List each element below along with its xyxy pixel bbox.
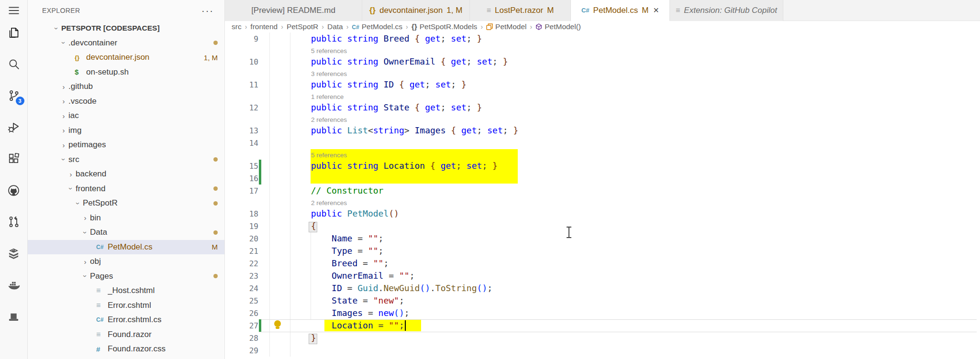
dapr-hat-icon[interactable]	[2, 305, 25, 328]
lightbulb-icon[interactable]	[274, 320, 281, 330]
breadcrumb-separator: ›	[322, 23, 324, 31]
shell-file-icon: $	[75, 68, 86, 76]
explorer-sidebar: EXPLORER ··· ›PETSPOTR [CODESPACES]›.dev…	[28, 0, 225, 359]
tab-extension-github-copilot[interactable]: ≡Extension: GitHub Copilot	[670, 0, 783, 21]
tab-label: devcontainer.json	[379, 6, 443, 15]
braces-symbol-icon: {}	[412, 22, 417, 31]
code-text: Breed = "";	[269, 257, 389, 270]
codelens-references[interactable]: 3 references	[311, 70, 347, 78]
breadcrumb-separator: ›	[480, 23, 483, 31]
code-line-20: 20 Name = "";	[225, 232, 980, 245]
tree-folder-bin[interactable]: ›bin	[28, 211, 224, 226]
tree-file-found-razor[interactable]: ≡Found.razor	[28, 327, 224, 342]
tree-folder-pages[interactable]: ›Pages	[28, 269, 224, 284]
chevron-down-icon: ›	[53, 23, 61, 33]
pull-request-icon[interactable]	[2, 210, 25, 233]
breadcrumb-item-petmodel-cs[interactable]: C#PetModel.cs	[352, 22, 402, 31]
tree-item-label: on-setup.sh	[86, 67, 129, 77]
breadcrumb-item-petmodel[interactable]: PetModel	[486, 22, 526, 31]
line-number: 25	[225, 296, 258, 305]
close-icon[interactable]: ×	[653, 5, 659, 16]
tree-item-label: _Host.cshtml	[108, 286, 155, 295]
tree-file--host-cshtml[interactable]: ≡_Host.cshtml	[28, 283, 224, 298]
chevron-right-icon: ›	[80, 258, 90, 266]
code-text: OwnerEmail = "";	[269, 270, 414, 282]
breadcrumb-item-src[interactable]: src	[232, 22, 242, 31]
explorer-icon[interactable]	[2, 21, 25, 44]
breadcrumb-item-petspotr[interactable]: PetSpotR	[287, 22, 318, 31]
code-line-10: 10 public string OwnerEmail { get; set; …	[225, 55, 980, 68]
code-editor[interactable]: 9 public string Breed { get; set; }5 ref…	[225, 33, 980, 359]
tab-petmodel-cs[interactable]: C#PetModel.csM×	[571, 0, 670, 21]
tree-item-label: PetModel.cs	[108, 242, 153, 252]
docker-icon[interactable]	[2, 273, 25, 296]
chevron-down-icon: ›	[67, 184, 75, 194]
line-number: 27	[225, 321, 258, 330]
search-icon[interactable]	[2, 53, 25, 76]
csharp-file-icon: C#	[581, 7, 590, 14]
tree-file-error-cshtml[interactable]: ≡Error.cshtml	[28, 298, 224, 313]
line-number: 17	[225, 186, 258, 196]
tree-folder-obj[interactable]: ›obj	[28, 254, 224, 269]
breadcrumb-item-petmodel-[interactable]: PetModel()	[535, 22, 581, 31]
csharp-file-icon: C#	[96, 316, 108, 323]
code-text: public string Breed { get; set; }	[269, 33, 482, 45]
tab-devcontainer-json[interactable]: {}devcontainer.json1, M	[362, 0, 470, 21]
breadcrumb-item-data[interactable]: Data	[327, 22, 343, 31]
code-line-17: 17 // Constructor	[225, 185, 980, 197]
codelens-references[interactable]: 2 references	[311, 116, 347, 124]
git-status-badge: 1, M	[446, 6, 462, 15]
tree-file-found-razor-css[interactable]: #Found.razor.css	[28, 342, 224, 357]
tab-lostpet-razor[interactable]: ≡LostPet.razorM	[470, 0, 571, 21]
breadcrumb-label: Data	[327, 22, 343, 31]
layers-icon[interactable]	[2, 242, 25, 265]
github-icon[interactable]	[2, 179, 25, 202]
menu-icon[interactable]	[2, 0, 25, 21]
codelens-references[interactable]: 5 references	[311, 151, 347, 160]
line-number: 21	[225, 247, 258, 256]
line-number: 28	[225, 334, 258, 343]
tree-folder--devcontainer[interactable]: ›.devcontainer	[28, 36, 224, 51]
code-text: Images = new();	[269, 307, 410, 319]
codelens-references[interactable]: 5 references	[311, 47, 347, 55]
tree-file-on-setup-sh[interactable]: $on-setup.sh	[28, 65, 224, 80]
tree-folder-backend[interactable]: ›backend	[28, 167, 224, 182]
more-actions-icon[interactable]: ···	[201, 8, 214, 13]
tab--preview-readme-md[interactable]: [Preview] README.md	[225, 0, 362, 21]
run-debug-icon[interactable]	[2, 116, 25, 139]
tree-folder-iac[interactable]: ›iac	[28, 109, 224, 123]
tree-file-devcontainer-json[interactable]: {}devcontainer.json1, M	[28, 50, 224, 65]
tree-item-label: .vscode	[68, 97, 97, 106]
extensions-icon[interactable]	[2, 147, 25, 170]
tree-file-petmodel-cs[interactable]: C#PetModel.csM	[28, 240, 224, 255]
tree-folder-petspotr-codespaces-[interactable]: ›PETSPOTR [CODESPACES]	[28, 21, 224, 36]
tree-folder-src[interactable]: ›src	[28, 152, 224, 167]
line-number: 13	[225, 126, 258, 135]
source-control-icon[interactable]: 3	[2, 84, 25, 107]
chevron-right-icon: ›	[59, 141, 68, 149]
tree-item-label: Error.cshtml	[108, 301, 151, 310]
code-text: public PetModel()	[269, 207, 399, 220]
code-line-26: 26 Images = new();	[225, 307, 980, 319]
codelens-references[interactable]: 1 reference	[311, 93, 344, 101]
breadcrumb-item-petspotr-models[interactable]: {}PetSpotR.Models	[412, 22, 478, 31]
tree-item-label: Data	[90, 228, 107, 237]
tree-folder-img[interactable]: ›img	[28, 123, 224, 138]
tree-folder-frontend[interactable]: ›frontend	[28, 182, 224, 196]
line-number: 9	[225, 34, 258, 44]
tree-folder-petimages[interactable]: ›petimages	[28, 138, 224, 152]
tree-folder-petspotr[interactable]: ›PetSpotR	[28, 196, 224, 211]
code-line-25: 25 State = "new";	[225, 294, 980, 307]
chevron-down-icon: ›	[74, 198, 82, 208]
tree-item-label: obj	[90, 257, 101, 266]
tree-folder--github[interactable]: ›.github	[28, 79, 224, 94]
code-line-21: 21 Type = "";	[225, 245, 980, 257]
git-status-badge: M	[212, 243, 218, 251]
chevron-right-icon: ›	[59, 97, 68, 105]
tree-folder--vscode[interactable]: ›.vscode	[28, 94, 224, 109]
code-line-11: 11 public string ID { get; set; }	[225, 78, 980, 91]
tree-file-error-cshtml-cs[interactable]: C#Error.cshtml.cs	[28, 313, 224, 327]
codelens-references[interactable]: 2 references	[311, 199, 347, 207]
breadcrumb-item-frontend[interactable]: frontend	[250, 22, 278, 31]
tree-folder-data[interactable]: ›Data	[28, 225, 224, 240]
